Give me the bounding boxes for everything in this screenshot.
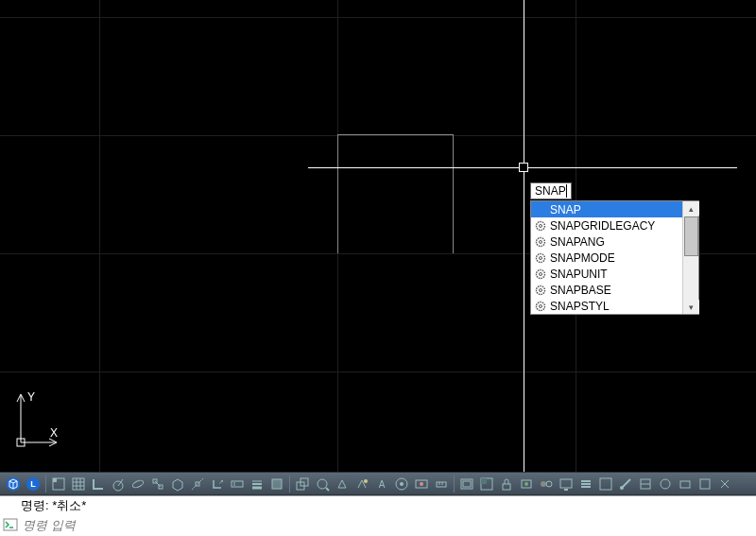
svg-point-14 — [540, 304, 542, 307]
autocomplete-item[interactable]: SNAPBASE — [531, 282, 682, 298]
svg-text:L: L — [30, 479, 36, 489]
grid-display-button[interactable]: L — [24, 475, 43, 493]
grid-line — [0, 372, 756, 372]
autocomplete-list: SNAP SNAPGRIDLEGACY SNAPANG SNAPMODE SNA… — [531, 201, 682, 314]
autocomplete-item-label: SNAPMODE — [550, 251, 615, 265]
extra-tool-3[interactable] — [656, 475, 675, 493]
svg-point-11 — [537, 285, 545, 294]
extra-tool-5[interactable] — [696, 475, 714, 493]
svg-rect-19 — [53, 478, 57, 482]
otrack-button[interactable] — [188, 475, 207, 493]
command-input-row — [0, 514, 756, 535]
svg-point-27 — [131, 478, 144, 489]
svg-rect-74 — [700, 479, 710, 489]
svg-point-62 — [546, 481, 552, 487]
drawing-canvas[interactable]: Y X SNAP SNAP SNAPGRIDLEGACY SNAPANG SNA… — [0, 0, 756, 472]
dynamic-input[interactable]: SNAP — [530, 182, 572, 199]
3d-osnap-button[interactable] — [168, 475, 187, 493]
scroll-down-arrow[interactable]: ▾ — [683, 300, 699, 314]
svg-text:A: A — [379, 479, 386, 490]
annotation-monitor-button[interactable] — [412, 475, 431, 493]
dynamic-input-value: SNAP — [535, 184, 566, 198]
svg-point-13 — [537, 302, 545, 310]
svg-rect-51 — [437, 482, 446, 487]
svg-point-12 — [540, 288, 542, 291]
svg-rect-58 — [503, 484, 510, 490]
autocomplete-item[interactable]: SNAPGRIDLEGACY — [531, 217, 682, 233]
svg-point-6 — [540, 240, 542, 243]
ucs-x-label: X — [50, 426, 58, 440]
command-history: 명령: *취소* — [0, 496, 756, 514]
svg-rect-57 — [481, 478, 487, 484]
snap-mode-button[interactable] — [49, 475, 68, 493]
isoplane-button[interactable] — [129, 475, 147, 493]
units-button[interactable] — [432, 475, 451, 493]
customization-button[interactable] — [576, 475, 595, 493]
svg-point-9 — [537, 269, 545, 278]
svg-text:↗: ↗ — [218, 478, 224, 485]
grid-mode-button[interactable] — [69, 475, 88, 493]
svg-rect-20 — [73, 478, 84, 490]
autocomplete-item[interactable]: SNAPSTYL — [531, 298, 682, 314]
scroll-up-arrow[interactable]: ▴ — [683, 201, 699, 216]
status-toolbar: L ↗ A — [0, 472, 756, 495]
clean-screen-button[interactable] — [557, 475, 576, 493]
svg-rect-34 — [232, 481, 243, 487]
extra-tool-2[interactable] — [636, 475, 655, 493]
autocomplete-item[interactable]: SNAPANG — [531, 233, 682, 250]
autocomplete-item-label: SNAP — [550, 203, 581, 216]
toolbar-overflow-button[interactable] — [596, 475, 615, 493]
svg-line-26 — [118, 479, 123, 486]
autocomplete-item-label: SNAPUNIT — [550, 268, 608, 281]
model-space-button[interactable] — [4, 475, 23, 493]
svg-line-31 — [192, 478, 203, 490]
separator — [45, 475, 46, 493]
viewport-lock-button[interactable] — [497, 475, 516, 493]
extra-tool-4[interactable] — [676, 475, 695, 493]
workspace-switch-button[interactable] — [392, 475, 411, 493]
osnap-button[interactable] — [148, 475, 167, 493]
selection-cycling-button[interactable] — [293, 475, 312, 493]
autocomplete-item[interactable]: SNAPUNIT — [531, 266, 682, 282]
extra-tool-1[interactable] — [616, 475, 635, 493]
autocomplete-item[interactable]: SNAP — [531, 201, 682, 217]
layout-tab-button[interactable] — [457, 475, 476, 493]
autocomplete-item[interactable]: SNAPMODE — [531, 250, 682, 266]
dyn-input-button[interactable] — [228, 475, 247, 493]
autocomplete-scrollbar[interactable]: ▴ ▾ — [682, 201, 698, 314]
svg-point-7 — [537, 253, 545, 262]
command-line-panel: 명령: *취소* — [0, 495, 756, 536]
auto-scale-button[interactable]: A — [372, 475, 391, 493]
svg-point-5 — [537, 237, 545, 246]
annotation-scale-button[interactable] — [333, 475, 352, 493]
viewport-max-button[interactable] — [477, 475, 496, 493]
drawn-rectangle[interactable] — [337, 134, 454, 253]
hardware-accel-button[interactable] — [517, 475, 536, 493]
polar-tracking-button[interactable] — [109, 475, 128, 493]
ucs-icon: Y X — [16, 386, 63, 452]
ortho-mode-button[interactable] — [89, 475, 108, 493]
gear-icon — [535, 220, 546, 232]
autocomplete-dropdown[interactable]: SNAP SNAPGRIDLEGACY SNAPANG SNAPMODE SNA… — [530, 200, 699, 315]
transparency-button[interactable] — [267, 475, 286, 493]
command-prompt-icon[interactable] — [2, 517, 19, 532]
separator — [454, 475, 455, 493]
crosshair-pickbox — [519, 163, 528, 172]
svg-point-3 — [537, 221, 545, 230]
quick-properties-button[interactable] — [313, 475, 332, 493]
gear-icon — [535, 301, 546, 312]
extra-tool-6[interactable] — [715, 475, 734, 493]
svg-point-8 — [540, 256, 542, 259]
svg-rect-63 — [560, 479, 572, 488]
separator — [289, 475, 290, 493]
gear-icon — [535, 252, 546, 264]
ducs-button[interactable]: ↗ — [208, 475, 227, 493]
svg-point-48 — [400, 482, 404, 486]
isolate-objects-button[interactable] — [537, 475, 556, 493]
autocomplete-item-label: SNAPGRIDLEGACY — [550, 219, 655, 233]
annotation-visibility-button[interactable] — [352, 475, 371, 493]
crosshair-vertical — [524, 0, 524, 472]
command-input[interactable] — [21, 517, 756, 533]
lineweight-button[interactable] — [248, 475, 266, 493]
scrollbar-thumb[interactable] — [684, 216, 698, 256]
